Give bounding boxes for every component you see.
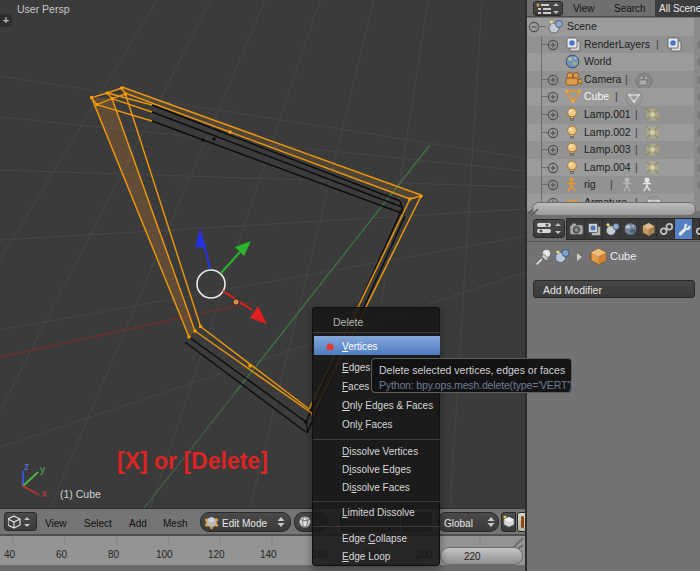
svg-text:x: x bbox=[42, 488, 47, 499]
svg-text:z: z bbox=[24, 461, 29, 472]
svg-text:y: y bbox=[40, 464, 45, 475]
